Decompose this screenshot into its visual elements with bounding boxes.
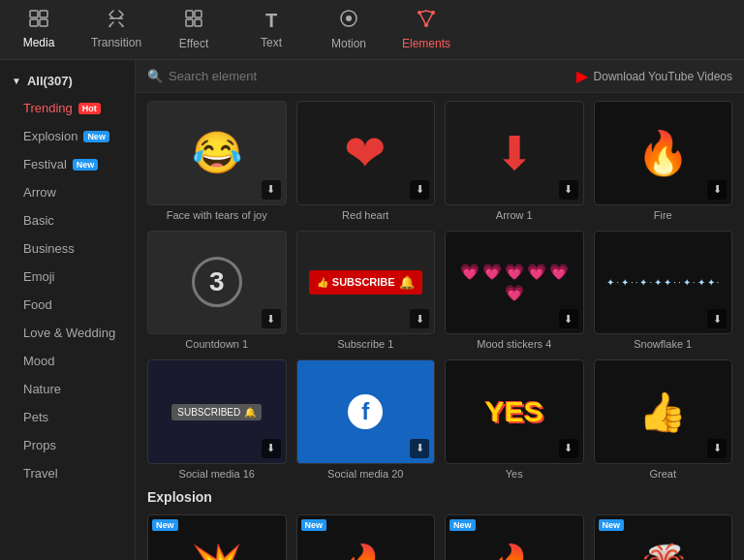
nav-item-elements[interactable]: Elements bbox=[388, 0, 465, 59]
new-badge-fire1: New bbox=[450, 519, 476, 531]
download-arrow1-button[interactable]: ⬇ bbox=[559, 180, 578, 200]
mood-hearts: 💗 💗 💗 💗 💗 💗 bbox=[446, 259, 583, 306]
nav-label-text: Text bbox=[261, 36, 282, 49]
download-great-button[interactable]: ⬇ bbox=[707, 439, 727, 458]
sidebar-item-business[interactable]: Business bbox=[0, 234, 135, 263]
sidebar-item-arrow[interactable]: Arrow bbox=[0, 178, 135, 206]
thumb-fire2: New 🌋 ⬇ bbox=[594, 514, 733, 560]
sidebar-item-food[interactable]: Food bbox=[0, 291, 135, 319]
grid-item-social20[interactable]: f ⬇ Social media 20 bbox=[296, 359, 436, 480]
heart-icon: ❤ bbox=[344, 124, 387, 182]
sidebar-item-festival[interactable]: Festival New bbox=[0, 150, 135, 178]
nav-item-effect[interactable]: Effect bbox=[155, 0, 232, 59]
download-fire-button[interactable]: ⬇ bbox=[707, 180, 727, 200]
grid-item-arrow1[interactable]: ⬇ ⬇ Arrow 1 bbox=[445, 101, 584, 221]
grid-item-explosion2[interactable]: New 🔥 ⬇ Explosion 2 bbox=[296, 514, 436, 560]
fb-logo: f bbox=[348, 394, 383, 429]
sidebar-label-nature: Nature bbox=[23, 382, 61, 396]
explosion-grid: New 💥 ⬇ Explosion 1 New 🔥 ⬇ Explosion 2 bbox=[147, 514, 732, 560]
nav-item-transition[interactable]: Transition bbox=[78, 0, 155, 59]
svg-point-12 bbox=[424, 23, 428, 27]
grid-item-great[interactable]: 👍 ⬇ Great bbox=[594, 359, 733, 480]
grid-item-subscribe1[interactable]: 👍 SUBSCRIBE 🔔 ⬇ Subscribe 1 bbox=[296, 231, 436, 351]
grid-item-countdown1[interactable]: 3 ⬇ Countdown 1 bbox=[147, 231, 287, 351]
download-yt-label: Download YouTube Videos bbox=[594, 70, 732, 83]
transition-icon bbox=[106, 10, 127, 32]
download-social16-button[interactable]: ⬇ bbox=[262, 439, 281, 458]
sidebar-item-emoji[interactable]: Emoji bbox=[0, 263, 135, 291]
sidebar-item-love[interactable]: Love & Wedding bbox=[0, 319, 135, 347]
grid-item-yes[interactable]: YES ⬇ Yes bbox=[445, 359, 584, 480]
sidebar-label-explosion: Explosion bbox=[23, 129, 78, 143]
sidebar-label-festival: Festival bbox=[23, 157, 67, 171]
download-red-heart-button[interactable]: ⬇ bbox=[410, 180, 429, 200]
download-countdown1-button[interactable]: ⬇ bbox=[262, 309, 281, 328]
grid-item-fire2[interactable]: New 🌋 ⬇ Fire 2 bbox=[594, 514, 733, 560]
sidebar-badge-explosion: New bbox=[83, 131, 109, 142]
sidebar-item-mood[interactable]: Mood bbox=[0, 347, 135, 375]
nav-item-media[interactable]: Media bbox=[0, 0, 78, 59]
download-snowflake1-button[interactable]: ⬇ bbox=[707, 309, 727, 328]
search-input[interactable] bbox=[169, 69, 362, 83]
nav-item-motion[interactable]: Motion bbox=[310, 0, 388, 59]
svg-point-9 bbox=[346, 16, 352, 21]
download-face-tears-button[interactable]: ⬇ bbox=[262, 180, 281, 200]
grid-item-red-heart[interactable]: ❤ ⬇ Red heart bbox=[296, 101, 436, 221]
sidebar-item-explosion[interactable]: Explosion New bbox=[0, 122, 135, 150]
nav-label-media: Media bbox=[23, 36, 55, 49]
media-icon bbox=[29, 10, 48, 32]
sidebar-item-props[interactable]: Props bbox=[0, 431, 135, 459]
svg-point-11 bbox=[431, 11, 435, 15]
subscribe-bell-icon: 🔔 bbox=[399, 275, 415, 290]
grid-item-fire1[interactable]: New 🔥 ⬇ Fire 1 bbox=[445, 514, 584, 560]
sidebar-arrow-icon: ▼ bbox=[12, 76, 21, 86]
search-bar: 🔍 ▶ Download YouTube Videos bbox=[136, 60, 744, 93]
sidebar-label-trending: Trending bbox=[23, 101, 73, 115]
sidebar-item-pets[interactable]: Pets bbox=[0, 403, 135, 431]
grid-item-explosion1[interactable]: New 💥 ⬇ Explosion 1 bbox=[147, 514, 287, 560]
download-subscribe1-button[interactable]: ⬇ bbox=[410, 309, 429, 328]
thumb-snowflake1: ✦· ✦· ·✦ ·✦ ✦· ·✦ ·✦ ✦· ⬇ bbox=[594, 231, 733, 335]
sidebar-label-food: Food bbox=[23, 297, 52, 312]
sidebar-item-trending[interactable]: Trending Hot bbox=[0, 94, 135, 122]
grid-item-fire[interactable]: 🔥 ⬇ Fire bbox=[594, 101, 733, 221]
nav-label-elements: Elements bbox=[402, 37, 450, 50]
search-icon: 🔍 bbox=[147, 69, 163, 83]
download-social20-button[interactable]: ⬇ bbox=[410, 439, 429, 458]
thumb-red-heart: ❤ ⬇ bbox=[296, 101, 436, 205]
subscribe-like-icon: 👍 bbox=[317, 277, 328, 288]
sidebar-item-travel[interactable]: Travel bbox=[0, 459, 135, 487]
countdown-circle: 3 bbox=[192, 257, 242, 307]
svg-rect-6 bbox=[186, 19, 193, 26]
label-red-heart: Red heart bbox=[342, 209, 388, 221]
sidebar-item-nature[interactable]: Nature bbox=[0, 375, 135, 403]
thumb-social16: SUBSCRIBED 🔔 ⬇ bbox=[147, 359, 287, 464]
sidebar-label-props: Props bbox=[23, 438, 56, 452]
thumb-mood4: 💗 💗 💗 💗 💗 💗 ⬇ bbox=[445, 231, 584, 335]
subscribe-text: SUBSCRIBE bbox=[332, 276, 395, 288]
text-icon: T bbox=[265, 10, 277, 32]
download-yes-button[interactable]: ⬇ bbox=[559, 439, 578, 458]
grid-item-snowflake1[interactable]: ✦· ✦· ·✦ ·✦ ✦· ·✦ ·✦ ✦· ⬇ Snowflake 1 bbox=[594, 231, 733, 351]
nav-item-text[interactable]: T Text bbox=[232, 0, 310, 59]
thumb-social20: f ⬇ bbox=[296, 359, 436, 464]
thumb-great: 👍 ⬇ bbox=[594, 359, 733, 464]
grid-item-mood4[interactable]: 💗 💗 💗 💗 💗 💗 ⬇ Mood stickers 4 bbox=[445, 231, 584, 351]
fire2-icon: 🌋 bbox=[636, 542, 690, 560]
sidebar-item-basic[interactable]: Basic bbox=[0, 206, 135, 234]
download-youtube-button[interactable]: ▶ Download YouTube Videos bbox=[576, 67, 732, 85]
arrow-icon: ⬇ bbox=[495, 126, 534, 180]
sidebar-header[interactable]: ▼ All(307) bbox=[0, 68, 135, 94]
grid-item-social16[interactable]: SUBSCRIBED 🔔 ⬇ Social media 16 bbox=[147, 359, 287, 480]
grid-item-face-tears[interactable]: 😂 ⬇ Face with tears of joy bbox=[147, 101, 287, 221]
thumb-yes: YES ⬇ bbox=[445, 359, 584, 464]
thumbs-up-icon: 👍 bbox=[638, 389, 687, 435]
youtube-icon: ▶ bbox=[576, 67, 588, 85]
svg-rect-5 bbox=[195, 11, 202, 17]
download-mood4-button[interactable]: ⬇ bbox=[559, 309, 578, 328]
sidebar-badge-trending: Hot bbox=[78, 103, 101, 114]
explosion2-icon: 🔥 bbox=[339, 542, 392, 560]
sidebar-label-arrow: Arrow bbox=[23, 185, 56, 200]
label-mood4: Mood stickers 4 bbox=[477, 338, 551, 350]
thumb-face-tears: 😂 ⬇ bbox=[147, 101, 287, 205]
